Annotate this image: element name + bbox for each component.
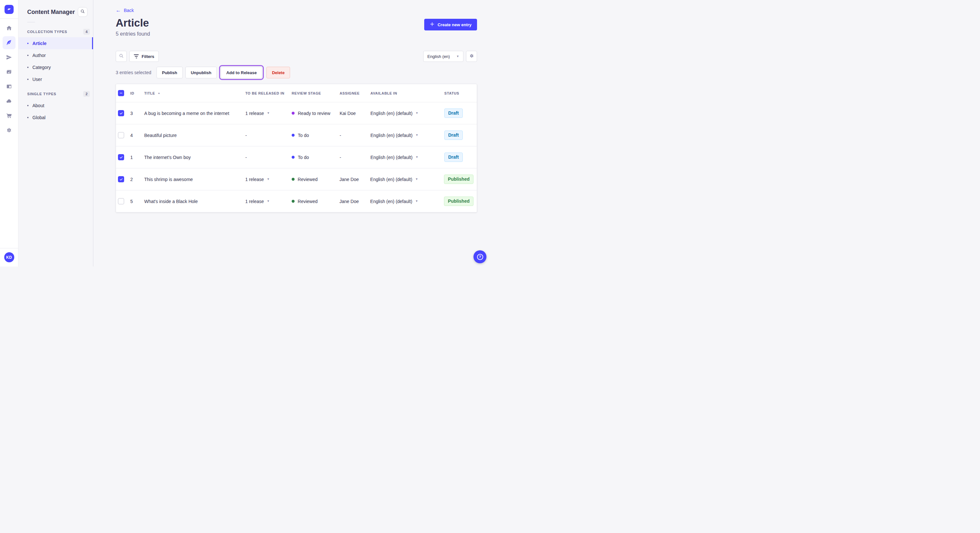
chevron-down-icon: ▼ <box>415 112 418 115</box>
row-checkbox[interactable] <box>118 154 124 160</box>
publish-button[interactable]: Publish <box>156 67 183 78</box>
marketplace-cart-icon[interactable] <box>3 109 16 122</box>
column-header-title[interactable]: TITLE ▲ <box>144 91 245 95</box>
stage-dot-icon <box>292 112 294 115</box>
help-button[interactable]: ? <box>474 250 487 263</box>
entry-id: 3 <box>130 111 144 116</box>
table-body: 3 A bug is becoming a meme on the intern… <box>116 102 477 212</box>
create-new-entry-button[interactable]: Create new entry <box>424 19 477 30</box>
table-row[interactable]: 2 This shrimp is awesome 1 release ▼ Rev… <box>116 168 477 190</box>
entry-release-cell[interactable]: - ▼ <box>245 133 292 138</box>
status-badge: Published <box>444 197 474 206</box>
sidebar-item-about[interactable]: About <box>19 99 93 111</box>
row-checkbox[interactable] <box>118 176 124 182</box>
search-button[interactable] <box>116 51 127 62</box>
entry-locale-cell[interactable]: English (en) (default) ▼ <box>370 199 444 204</box>
page-title: Article <box>116 17 477 29</box>
entry-status: Draft <box>444 130 477 140</box>
entry-status: Draft <box>444 152 477 162</box>
status-badge: Published <box>444 174 474 184</box>
column-header-review-stage[interactable]: REVIEW STAGE <box>292 91 340 95</box>
chevron-down-icon: ▼ <box>415 178 418 181</box>
stage-dot-icon <box>292 200 294 203</box>
chevron-down-icon: ▼ <box>415 134 418 136</box>
bullet-icon <box>27 117 29 118</box>
entry-review-stage: To do <box>292 133 340 138</box>
table-row[interactable]: 1 The internet's Own boy - ▼ To do - Eng… <box>116 146 477 168</box>
entry-review-stage: Reviewed <box>292 177 340 182</box>
content-manager-icon[interactable] <box>3 36 16 49</box>
gear-icon <box>469 53 474 60</box>
sort-ascending-icon: ▲ <box>158 92 161 95</box>
sidebar-item-global[interactable]: Global <box>19 111 93 124</box>
entry-locale-cell[interactable]: English (en) (default) ▼ <box>371 133 444 138</box>
bullet-icon <box>27 43 29 44</box>
deploy-cloud-icon[interactable] <box>3 95 16 108</box>
view-settings-button[interactable] <box>466 51 477 62</box>
entry-locale-cell[interactable]: English (en) (default) ▼ <box>371 111 444 116</box>
user-avatar[interactable]: KD <box>4 252 14 262</box>
settings-gear-icon[interactable] <box>3 124 16 136</box>
search-button[interactable] <box>78 7 88 17</box>
row-checkbox[interactable] <box>118 198 124 204</box>
releases-icon[interactable] <box>3 51 16 64</box>
entry-release-cell[interactable]: 1 release ▼ <box>245 177 292 182</box>
unpublish-button[interactable]: Unpublish <box>185 67 217 78</box>
media-library-icon[interactable] <box>3 65 16 78</box>
section-label-collection-types: COLLECTION TYPES <box>27 30 67 34</box>
entry-title: This shrimp is awesome <box>144 177 245 182</box>
entry-id: 1 <box>130 155 144 160</box>
entry-assignee: - <box>340 155 371 160</box>
delete-button[interactable]: Delete <box>266 67 290 78</box>
sidebar-item-article[interactable]: Article <box>19 37 93 49</box>
stage-dot-icon <box>292 178 294 181</box>
column-header-id[interactable]: ID <box>130 91 144 95</box>
main-content: ← Back Article 5 entries found Create ne… <box>93 0 490 266</box>
column-header-release[interactable]: TO BE RELEASED IN <box>245 91 292 95</box>
entry-release-cell[interactable]: 1 release ▼ <box>245 199 292 204</box>
add-to-release-button[interactable]: Add to Release <box>221 67 262 78</box>
strapi-logo[interactable] <box>5 5 14 14</box>
row-checkbox[interactable] <box>118 132 124 138</box>
table-row[interactable]: 4 Beautiful picture - ▼ To do - English … <box>116 124 477 146</box>
entry-title: Beautiful picture <box>144 133 245 138</box>
filters-button[interactable]: Filters <box>129 51 159 62</box>
entries-table: ID TITLE ▲ TO BE RELEASED IN REVIEW STAG… <box>116 84 477 213</box>
single-types-count: 2 <box>83 91 90 97</box>
entry-status: Published <box>444 197 477 206</box>
row-checkbox[interactable] <box>118 110 124 116</box>
column-header-status[interactable]: STATUS <box>444 91 477 95</box>
column-header-available-in[interactable]: AVAILABLE IN <box>371 91 444 95</box>
entry-review-stage: To do <box>292 155 340 160</box>
entries-count: 5 entries found <box>116 31 477 37</box>
entry-assignee: - <box>340 133 371 138</box>
nav-rail: KD <box>0 0 19 266</box>
table-row[interactable]: 5 What's inside a Black Hole 1 release ▼… <box>116 190 477 212</box>
entry-release-cell[interactable]: 1 release ▼ <box>245 111 292 116</box>
entry-id: 5 <box>130 199 144 204</box>
divider <box>0 248 19 248</box>
entry-title: The internet's Own boy <box>144 155 245 160</box>
sidebar-item-author[interactable]: Author <box>19 49 93 61</box>
selection-count-text: 3 entries selected <box>116 70 151 75</box>
stage-dot-icon <box>292 156 294 159</box>
sidebar-item-category[interactable]: Category <box>19 61 93 73</box>
status-badge: Draft <box>444 108 463 117</box>
entry-locale-cell[interactable]: English (en) (default) ▼ <box>370 177 444 182</box>
entry-assignee: Jane Doe <box>339 199 370 204</box>
locale-select[interactable]: English (en) ▼ <box>423 51 463 62</box>
entry-assignee: Jane Doe <box>339 177 370 182</box>
status-badge: Draft <box>444 130 463 140</box>
subnav-title: Content Manager <box>27 9 75 16</box>
column-header-assignee[interactable]: ASSIGNEE <box>340 91 371 95</box>
sidebar-item-user[interactable]: User <box>19 73 93 85</box>
table-row[interactable]: 3 A bug is becoming a meme on the intern… <box>116 102 477 124</box>
chevron-down-icon: ▼ <box>415 156 418 159</box>
select-all-checkbox[interactable] <box>118 90 124 96</box>
entry-assignee: Kai Doe <box>340 111 371 116</box>
home-icon[interactable] <box>3 22 16 35</box>
content-type-builder-icon[interactable] <box>3 80 16 93</box>
entry-release-cell[interactable]: - ▼ <box>245 155 292 160</box>
entry-locale-cell[interactable]: English (en) (default) ▼ <box>371 155 444 160</box>
back-link[interactable]: ← Back <box>116 0 134 13</box>
